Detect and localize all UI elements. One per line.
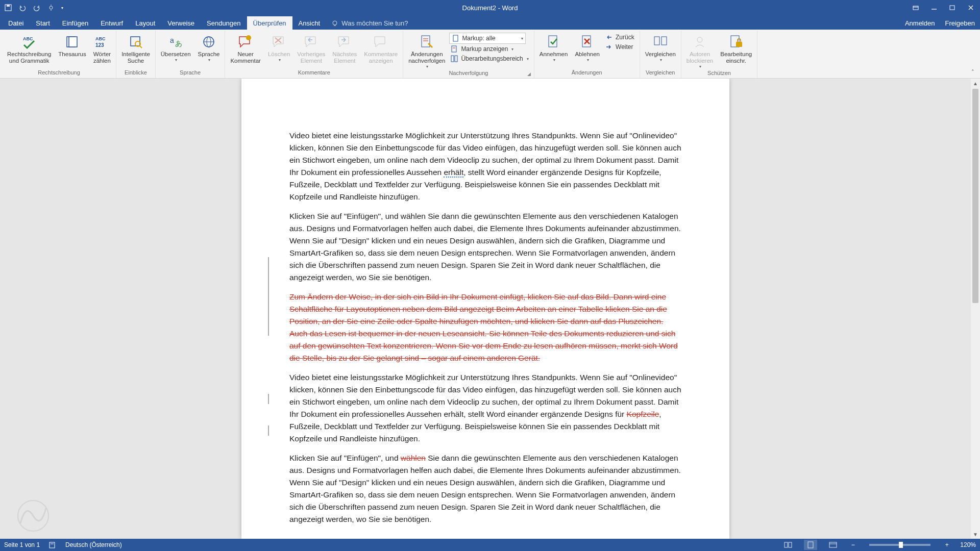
qat-save[interactable] <box>3 3 13 13</box>
revision-bar[interactable] <box>268 394 269 404</box>
paragraph[interactable]: Video bietet eine leistungsstarke Möglic… <box>289 130 681 203</box>
tab-ansicht[interactable]: Ansicht <box>292 16 327 30</box>
spelling-grammar-button[interactable]: ABC Rechtschreibung und Grammatik <box>4 32 54 64</box>
paragraph[interactable]: Klicken Sie auf "Einfügen", und wählen S… <box>289 452 681 525</box>
zoom-level[interactable]: 120% <box>960 541 976 548</box>
track-changes-label: Änderungen nachverfolgen <box>408 51 445 64</box>
tracking-launcher-icon[interactable]: ◢ <box>527 71 531 77</box>
qat-undo[interactable] <box>17 3 28 13</box>
ribbon-display-options[interactable] <box>906 0 925 15</box>
smart-lookup-label: Intelligente Suche <box>121 51 150 64</box>
close-button[interactable] <box>962 0 980 15</box>
tab-layout[interactable]: Layout <box>129 16 161 30</box>
scroll-thumb[interactable] <box>972 89 978 303</box>
tab-file[interactable]: Datei <box>2 16 30 30</box>
previous-change-button[interactable]: Zurück <box>604 33 638 42</box>
tracked-deletion[interactable]: Kopfzeile <box>627 410 659 418</box>
new-comment-label: Neuer Kommentar <box>230 51 260 64</box>
document-area[interactable]: Video bietet eine leistungsstarke Möglic… <box>0 79 971 539</box>
share-button[interactable]: Freigeben <box>940 17 980 30</box>
restrict-editing-button[interactable]: Bearbeitung einschr. <box>717 32 755 64</box>
svg-rect-1 <box>7 5 10 7</box>
reviewing-pane-icon <box>450 55 458 63</box>
tab-einfuegen[interactable]: Einfügen <box>56 16 94 30</box>
group-schuetzen: Autoren blockieren ▾ Bearbeitung einschr… <box>681 31 757 78</box>
proofing-status-icon[interactable] <box>49 541 56 548</box>
revision-bar[interactable] <box>268 425 269 436</box>
grammar-error[interactable]: erhält <box>444 168 463 178</box>
print-layout-button[interactable] <box>804 540 817 550</box>
qat-redo[interactable] <box>32 3 42 13</box>
show-comments-button[interactable]: Kommentare anzeigen <box>361 32 401 64</box>
show-markup-button[interactable]: Markup anzeigen▾ <box>449 44 531 54</box>
accept-button[interactable]: Annehmen ▾ <box>536 32 571 62</box>
markup-display-dropdown[interactable]: Markup: alle ▾ <box>449 33 526 44</box>
language-indicator[interactable]: Deutsch (Österreich) <box>65 541 122 548</box>
show-comments-icon <box>373 34 389 50</box>
page-indicator[interactable]: Seite 1 von 1 <box>4 541 40 548</box>
group-label-proofing: Rechtschreibung <box>4 68 114 77</box>
svg-rect-32 <box>453 35 458 41</box>
compare-button[interactable]: Vergleichen ▾ <box>642 32 679 62</box>
svg-rect-47 <box>50 542 55 548</box>
maximize-button[interactable] <box>943 0 962 15</box>
translate-button[interactable]: aあ Übersetzen ▾ <box>158 32 194 62</box>
zoom-in-button[interactable]: + <box>943 541 951 548</box>
qat-touchmode[interactable] <box>46 3 56 13</box>
zoom-slider[interactable] <box>869 544 930 546</box>
smart-lookup-button[interactable]: Intelligente Suche <box>118 32 153 64</box>
minimize-button[interactable] <box>925 0 943 15</box>
new-comment-button[interactable]: Neuer Kommentar <box>227 32 263 64</box>
next-comment-button[interactable]: Nächstes Element <box>329 32 360 64</box>
ribbon: ABC Rechtschreibung und Grammatik Thesau… <box>0 30 980 79</box>
tell-me-text: Was möchten Sie tun? <box>341 19 408 27</box>
reviewing-pane-button[interactable]: Überarbeitungsbereich▾ <box>449 54 531 63</box>
scroll-down-button[interactable]: ▼ <box>971 530 980 539</box>
translate-icon: aあ <box>167 34 184 50</box>
block-authors-button[interactable]: Autoren blockieren ▾ <box>683 32 716 69</box>
read-mode-button[interactable] <box>781 540 795 550</box>
svg-rect-29 <box>422 36 430 47</box>
language-label: Sprache <box>198 51 220 58</box>
paragraph[interactable]: Video bietet eine leistungsstarke Möglic… <box>289 371 681 445</box>
group-label-comments: Kommentare <box>227 68 401 77</box>
vertical-scrollbar[interactable]: ▲ ▼ <box>971 79 980 539</box>
thesaurus-icon <box>64 34 80 50</box>
tab-start[interactable]: Start <box>30 16 56 30</box>
svg-rect-45 <box>736 42 742 47</box>
group-label-protect: Schützen <box>683 69 755 78</box>
svg-text:123: 123 <box>95 42 104 48</box>
document-page[interactable]: Video bietet eine leistungsstarke Möglic… <box>241 79 729 539</box>
web-layout-button[interactable] <box>826 540 840 550</box>
zoom-out-button[interactable]: − <box>849 541 857 548</box>
collapse-ribbon-button[interactable]: ˄ <box>969 68 977 76</box>
track-changes-button[interactable]: Änderungen nachverfolgen ▾ <box>405 32 448 69</box>
tab-verweise[interactable]: Verweise <box>161 16 201 30</box>
thesaurus-button[interactable]: Thesaurus <box>55 32 89 58</box>
svg-rect-49 <box>785 542 788 547</box>
previous-comment-button[interactable]: Vorheriges Element <box>294 32 328 64</box>
show-markup-label: Markup anzeigen <box>461 45 508 53</box>
tab-entwurf[interactable]: Entwurf <box>94 16 129 30</box>
tell-me-search[interactable]: Was möchten Sie tun? <box>326 17 413 30</box>
delete-comment-button[interactable]: Löschen ▾ <box>265 32 293 62</box>
signin-button[interactable]: Anmelden <box>900 17 940 30</box>
scroll-up-button[interactable]: ▲ <box>971 79 980 88</box>
tracked-deletion[interactable]: wählen <box>401 454 426 462</box>
lightbulb-icon <box>331 20 338 27</box>
revision-bar[interactable] <box>268 257 269 336</box>
tab-sendungen[interactable]: Sendungen <box>201 16 247 30</box>
tab-ueberpruefen[interactable]: Überprüfen <box>247 16 292 30</box>
wordcount-button[interactable]: ABC123 Wörter zählen <box>90 32 114 64</box>
svg-rect-5 <box>913 6 918 10</box>
group-rechtschreibung: ABC Rechtschreibung und Grammatik Thesau… <box>2 31 116 78</box>
next-comment-icon <box>336 34 353 50</box>
paragraph[interactable]: Klicken Sie auf "Einfügen", und wählen S… <box>289 210 681 284</box>
next-change-button[interactable]: Weiter <box>604 42 638 52</box>
deleted-paragraph[interactable]: Zum Ändern der Weise, in der sich ein Bi… <box>289 291 681 364</box>
language-button[interactable]: Sprache ▾ <box>195 32 223 62</box>
zoom-handle[interactable] <box>899 542 903 548</box>
globe-icon <box>201 34 217 50</box>
reject-button[interactable]: Ablehnen ▾ <box>572 32 603 62</box>
new-comment-icon <box>237 34 254 50</box>
